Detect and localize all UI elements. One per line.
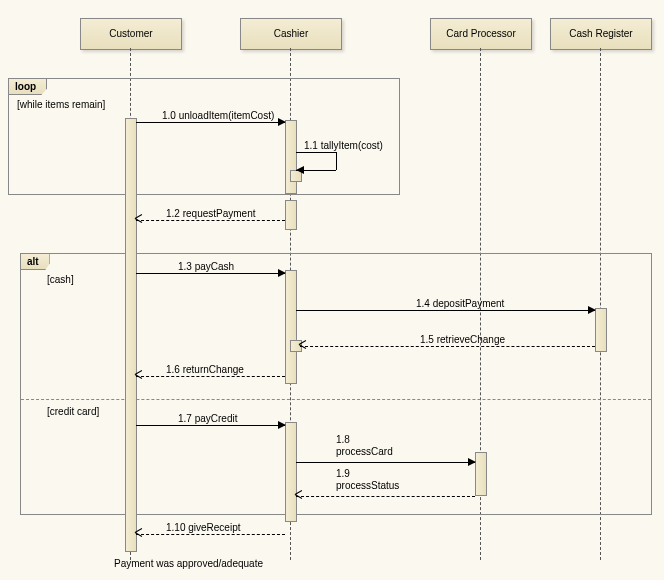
frame-loop-guard: [while items remain]	[17, 99, 105, 110]
msg-paycredit-label: 1.7 payCredit	[178, 413, 237, 424]
note-approved: Payment was approved/adequate	[114, 558, 263, 569]
lifeline-cashregister[interactable]: Cash Register	[550, 18, 652, 50]
activation-customer	[125, 118, 137, 552]
msg-givereceipt-label: 1.10 giveReceipt	[166, 522, 241, 533]
msg-processstatus[interactable]: 1.9 processStatus	[296, 478, 475, 490]
activation-cashier-1	[285, 120, 297, 194]
msg-unloaditem[interactable]: 1.0 unloadItem(itemCost)	[136, 112, 285, 124]
sequence-diagram: { "lifelines": { "customer": "Customer",…	[0, 0, 664, 580]
msg-paycredit[interactable]: 1.7 payCredit	[136, 415, 285, 427]
msg-retrievechange[interactable]: 1.5 retrieveChange	[300, 336, 595, 348]
activation-cashier-req	[285, 200, 297, 230]
activation-register	[595, 308, 607, 352]
frame-alt-guard-credit: [credit card]	[47, 406, 99, 417]
lifeline-cardprocessor[interactable]: Card Processor	[430, 18, 532, 50]
msg-requestpayment[interactable]: 1.2 requestPayment	[136, 210, 285, 222]
frame-alt-label: alt	[21, 254, 50, 270]
msg-returnchange-label: 1.6 returnChange	[166, 364, 244, 375]
msg-processcard-num: 1.8	[336, 434, 350, 445]
msg-requestpayment-label: 1.2 requestPayment	[166, 208, 256, 219]
msg-givereceipt[interactable]: 1.10 giveReceipt	[136, 524, 285, 536]
msg-paycash-label: 1.3 payCash	[178, 261, 234, 272]
msg-processstatus-num: 1.9	[336, 468, 350, 479]
msg-processstatus-label: processStatus	[336, 480, 399, 491]
msg-depositpayment-label: 1.4 depositPayment	[416, 298, 504, 309]
msg-returnchange[interactable]: 1.6 returnChange	[136, 366, 285, 378]
lifeline-cashier[interactable]: Cashier	[240, 18, 342, 50]
msg-depositpayment[interactable]: 1.4 depositPayment	[296, 300, 595, 312]
msg-tallyitem-label: 1.1 tallyItem(cost)	[304, 140, 383, 151]
frame-alt-divider	[21, 399, 651, 400]
frame-loop-label: loop	[9, 79, 47, 95]
msg-paycash[interactable]: 1.3 payCash	[136, 263, 285, 275]
lifeline-customer[interactable]: Customer	[80, 18, 182, 50]
activation-cashier-cash	[285, 270, 297, 384]
msg-processcard-label: processCard	[336, 446, 393, 457]
activation-cashier-credit	[285, 422, 297, 522]
msg-unloaditem-label: 1.0 unloadItem(itemCost)	[162, 110, 274, 121]
msg-retrievechange-label: 1.5 retrieveChange	[420, 334, 505, 345]
frame-alt-guard-cash: [cash]	[47, 274, 74, 285]
frame-loop[interactable]: loop [while items remain]	[8, 78, 400, 195]
msg-processcard[interactable]: 1.8 processCard	[296, 444, 475, 456]
activation-cardproc	[475, 452, 487, 496]
